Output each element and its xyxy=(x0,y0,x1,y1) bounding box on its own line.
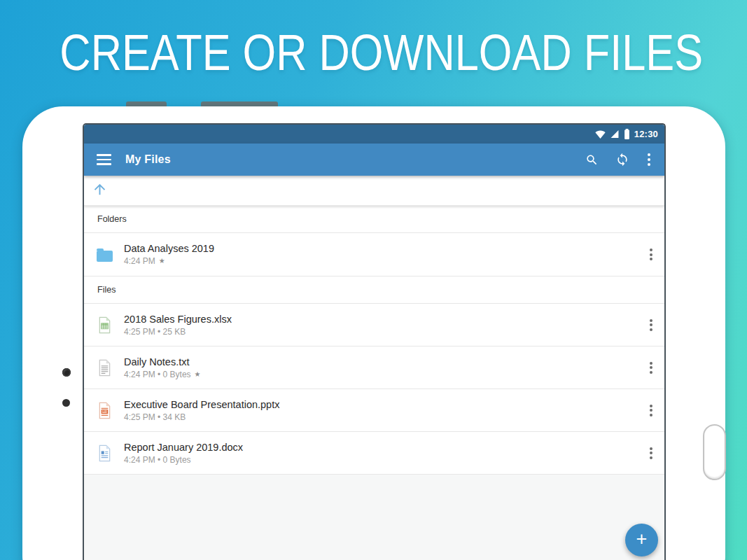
front-camera xyxy=(62,368,71,377)
add-fab-button[interactable]: + xyxy=(625,524,658,556)
folders-section-label: Folders xyxy=(97,214,127,224)
star-icon: ★ xyxy=(159,258,165,265)
item-overflow-icon[interactable] xyxy=(647,244,655,265)
item-overflow-icon[interactable] xyxy=(647,400,655,421)
light-sensor xyxy=(62,399,70,407)
item-meta: 4:25 PM • 25 KB xyxy=(124,327,232,337)
folder-row[interactable]: Data Analyses 2019 4:24 PM ★ xyxy=(84,233,664,276)
item-meta: 4:24 PM • 0 Bytes ★ xyxy=(124,370,201,379)
item-meta: 4:24 PM • 0 Bytes xyxy=(124,455,243,465)
text-file-icon xyxy=(96,359,113,377)
item-name: Report January 2019.docx xyxy=(124,442,243,453)
status-time: 12:30 xyxy=(634,129,658,139)
overflow-menu-icon[interactable] xyxy=(646,152,652,167)
item-name: Daily Notes.txt xyxy=(124,356,201,368)
item-text: Daily Notes.txt 4:24 PM • 0 Bytes ★ xyxy=(124,356,201,379)
item-text: Executive Board Presentation.pptx 4:25 P… xyxy=(124,399,279,422)
status-bar: 12:30 xyxy=(84,125,664,144)
search-icon[interactable] xyxy=(585,153,599,167)
word-file-icon xyxy=(96,444,113,462)
app-bar-actions xyxy=(585,152,652,167)
tablet-home-button xyxy=(703,424,726,480)
navigate-up-row[interactable] xyxy=(84,176,664,206)
plus-icon: + xyxy=(636,530,648,549)
item-overflow-icon[interactable] xyxy=(647,443,655,463)
item-name: 2018 Sales Figures.xlsx xyxy=(124,314,232,325)
marketing-screenshot: CREATE OR DOWNLOAD FILES 12:30 My xyxy=(0,0,747,560)
banner-title: CREATE OR DOWNLOAD FILES xyxy=(60,23,687,81)
tablet-device-frame: 12:30 My Files xyxy=(22,106,725,560)
item-text: Data Analyses 2019 4:24 PM ★ xyxy=(124,243,214,266)
menu-icon[interactable] xyxy=(97,151,111,168)
files-section-label: Files xyxy=(97,285,116,295)
file-row[interactable]: Report January 2019.docx 4:24 PM • 0 Byt… xyxy=(84,432,664,475)
folder-icon xyxy=(96,248,113,262)
sync-icon[interactable] xyxy=(615,153,629,167)
wifi-icon xyxy=(595,130,606,139)
star-icon: ★ xyxy=(195,371,201,378)
item-meta: 4:24 PM ★ xyxy=(124,256,214,266)
item-overflow-icon[interactable] xyxy=(647,315,655,335)
folders-section-header: Folders xyxy=(84,206,664,233)
app-screen: 12:30 My Files xyxy=(83,123,666,560)
item-name: Data Analyses 2019 xyxy=(124,243,214,254)
file-row[interactable]: 2018 Sales Figures.xlsx 4:25 PM • 25 KB xyxy=(84,304,664,346)
cellular-signal-icon xyxy=(610,130,620,139)
item-meta: 4:25 PM • 34 KB xyxy=(124,412,279,422)
battery-icon xyxy=(624,129,630,139)
item-meta-text: 4:25 PM • 34 KB xyxy=(124,412,186,422)
item-text: Report January 2019.docx 4:24 PM • 0 Byt… xyxy=(124,442,243,465)
item-overflow-icon[interactable] xyxy=(647,358,655,378)
item-meta-text: 4:24 PM xyxy=(124,256,155,266)
item-name: Executive Board Presentation.pptx xyxy=(124,399,279,410)
files-section-header: Files xyxy=(84,276,664,304)
item-text: 2018 Sales Figures.xlsx 4:25 PM • 25 KB xyxy=(124,314,232,337)
presentation-file-icon xyxy=(96,402,113,419)
item-meta-text: 4:24 PM • 0 Bytes xyxy=(124,455,191,465)
spreadsheet-file-icon xyxy=(96,316,113,334)
file-row[interactable]: Daily Notes.txt 4:24 PM • 0 Bytes ★ xyxy=(84,346,664,389)
app-bar: My Files xyxy=(84,144,664,176)
page-title: My Files xyxy=(125,153,171,166)
item-meta-text: 4:25 PM • 25 KB xyxy=(124,327,186,337)
file-row[interactable]: Executive Board Presentation.pptx 4:25 P… xyxy=(84,389,664,432)
item-meta-text: 4:24 PM • 0 Bytes xyxy=(124,370,191,379)
arrow-up-icon xyxy=(92,181,108,200)
